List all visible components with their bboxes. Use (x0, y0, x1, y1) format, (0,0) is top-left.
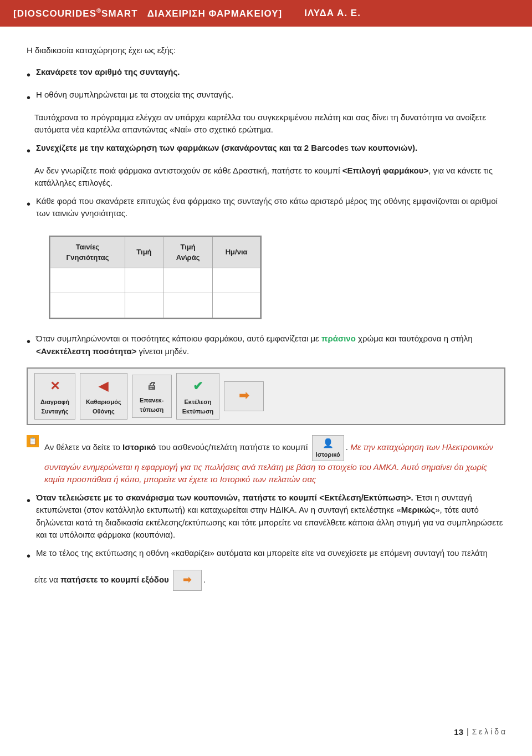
page-label: Σ ε λ ί δ α (472, 726, 505, 738)
reprint-button[interactable]: 🖨 Επανεκ-τύπωση (132, 375, 172, 418)
company-name: ΙΛΥΔΑ Α. Ε. (304, 6, 361, 21)
list-item: • Με το τέλος της εκτύπωσης η οθόνη «καθ… (27, 547, 505, 564)
lower-list: • Όταν τελειώσετε με το σκανάρισμα των κ… (27, 492, 505, 591)
bullet-1-text: Σκανάρετε τον αριθμό της συνταγής. (36, 66, 505, 79)
barcode-table: ΤαινίεςΓνησιότητας Τιμή ΤιμήΑν\ράς Ημ/νι… (49, 236, 262, 319)
bracket-open: [ (13, 8, 17, 19)
page: [DIOSCOURIDES®SMART ΔΙΑΧΕΙΡΙΣΗ ΦΑΡΜΑΚΕΙΟ… (0, 0, 532, 756)
content-area: Η διαδικασία καταχώρησης έχει ως εξής: •… (0, 27, 532, 614)
cell (163, 268, 212, 293)
page-label-separator: | (467, 726, 469, 738)
intro-text: Η διαδικασία καταχώρησης έχει ως εξής: (27, 44, 505, 57)
cell (125, 293, 163, 318)
clear-screen-button[interactable]: ◀ ΚαθαρισμόςΟθόνης (80, 373, 127, 420)
exit-bullet-text: είτε να πατήσετε το κουμπί εξόδου ➡ . (34, 570, 505, 591)
cell (50, 293, 125, 318)
list-item: • Συνεχίζετε με την καταχώρηση των φαρμά… (27, 142, 505, 159)
footer: 13 | Σ ε λ ί δ α (454, 726, 505, 739)
cell (213, 268, 260, 293)
execute-print-label: ΕκτέλεσηΕκτύπωση (182, 397, 213, 416)
forward-button[interactable]: ➡ (224, 381, 264, 411)
history-button[interactable]: 👤 Ιστορικό (312, 435, 344, 461)
exit-arrow-icon: ➡ (183, 573, 191, 588)
arrow-left-icon: ◀ (99, 377, 108, 395)
cell (125, 268, 163, 293)
bullet-icon: • (27, 67, 30, 83)
table-container: ΤαινίεςΓνησιότητας Τιμή ΤιμήΑν\ράς Ημ/νι… (27, 226, 505, 333)
execute-print-button[interactable]: ✔ ΕκτέλεσηΕκτύπωση (176, 373, 219, 420)
table: ΤαινίεςΓνησιότητας Τιμή ΤιμήΑν\ράς Ημ/νι… (50, 237, 260, 318)
main-list: • Σκανάρετε τον αριθμό της συνταγής. • Η… (27, 66, 505, 220)
green-word: πράσινο (321, 334, 356, 343)
green-note-text: Όταν συμπληρώνονται οι ποσότητες κάποιου… (36, 333, 505, 357)
delete-syntagis-button[interactable]: ✕ ΔιαγραφήΣυνταγής (34, 373, 75, 420)
note-icon: 📋 (27, 435, 39, 447)
col-header-hmnia: Ημ/νια (213, 237, 260, 268)
list-item: • Όταν συμπληρώνονται οι ποσότητες κάποι… (27, 333, 505, 357)
reprint-label: Επανεκ-τύπωση (140, 396, 163, 414)
subtitle: ΔΙΑΧΕΙΡΙΣΗ ΦΑΡΜΑΚΕΙΟΥ] (147, 8, 283, 19)
list-item: • Όταν τελειώσετε με το σκανάρισμα των κ… (27, 492, 505, 542)
x-icon: ✕ (50, 377, 60, 395)
history-text: Αν θέλετε να δείτε το Ιστορικό του ασθεν… (44, 435, 505, 486)
history-btn-label: Ιστορικό (316, 450, 340, 459)
green-note-list: • Όταν συμπληρώνονται οι ποσότητες κάποι… (27, 333, 505, 357)
forward-icon: ➡ (239, 386, 249, 405)
brand-logo: [DIOSCOURIDES®SMART ΔΙΑΧΕΙΡΙΣΗ ΦΑΡΜΑΚΕΙΟ… (13, 6, 282, 21)
list-item: • Κάθε φορά που σκανάρετε επιτυχώς ένα φ… (27, 195, 505, 220)
header: [DIOSCOURIDES®SMART ΔΙΑΧΕΙΡΙΣΗ ΦΑΡΜΑΚΕΙΟ… (0, 0, 532, 27)
print-icon: 🖨 (147, 379, 157, 394)
list-item: • Η οθόνη συμπληρώνεται με τα στοιχεία τ… (27, 89, 505, 106)
bullet-2-text: Η οθόνη συμπληρώνεται με τα στοιχεία της… (36, 89, 505, 101)
person-icon: 👤 (323, 437, 334, 450)
end-bullet-text: Με το τέλος της εκτύπωσης η οθόνη «καθαρ… (36, 547, 505, 560)
col-header-tainiies: ΤαινίεςΓνησιότητας (50, 237, 125, 268)
cell (50, 268, 125, 293)
bullet-3-text: Ταυτόχρονα το πρόγραμμα ελέγχει αν υπάρχ… (34, 111, 505, 136)
scan-bullet-text: Όταν τελειώσετε με το σκανάρισμα των κου… (36, 492, 505, 542)
bullet-icon: • (27, 142, 30, 159)
bullet-icon: • (27, 196, 30, 212)
page-number: 13 (454, 726, 463, 739)
bullet-icon: • (27, 548, 30, 564)
cell (213, 293, 260, 318)
bullet-icon: • (27, 492, 30, 509)
bullet-icon: • (27, 333, 30, 350)
history-section: 📋 Αν θέλετε να δείτε το Ιστορικό του ασθ… (27, 435, 505, 486)
toolbar: ✕ ΔιαγραφήΣυνταγής ◀ ΚαθαρισμόςΟθόνης 🖨 … (27, 367, 505, 425)
reg-symbol: ® (96, 7, 101, 14)
list-item: Αν δεν γνωρίζετε ποιά φάρμακα αντιστοιχο… (27, 165, 505, 190)
bullet-6-text: Κάθε φορά που σκανάρετε επιτυχώς ένα φάρ… (36, 195, 505, 220)
bullet-4-text: Συνεχίζετε με την καταχώρηση των φαρμάκω… (36, 142, 505, 155)
list-item: Ταυτόχρονα το πρόγραμμα ελέγχει αν υπάρχ… (27, 111, 505, 136)
exit-button[interactable]: ➡ (173, 570, 202, 591)
list-item: είτε να πατήσετε το κουμπί εξόδου ➡ . (27, 570, 505, 591)
history-red-note: Με την καταχώρηση των Ηλεκτρονικών συντα… (44, 442, 493, 484)
table-row (50, 293, 260, 318)
col-header-timi: Τιμή (125, 237, 163, 268)
bullet-5-text: Αν δεν γνωρίζετε ποιά φάρμακα αντιστοιχο… (34, 165, 505, 190)
check-icon: ✔ (193, 377, 203, 395)
col-header-timi-anras: ΤιμήΑν\ράς (163, 237, 212, 268)
delete-label: ΔιαγραφήΣυνταγής (40, 397, 69, 416)
clear-label: ΚαθαρισμόςΟθόνης (86, 397, 121, 416)
bullet-icon: • (27, 89, 30, 106)
cell (163, 293, 212, 318)
list-item: • Σκανάρετε τον αριθμό της συνταγής. (27, 66, 505, 83)
table-row (50, 268, 260, 293)
